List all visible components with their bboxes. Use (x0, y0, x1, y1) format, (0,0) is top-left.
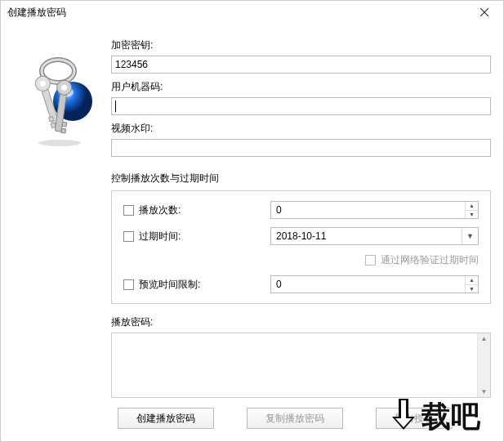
expire-date-picker[interactable]: 2018-10-11 ▼ (270, 227, 479, 245)
network-verify-label: 通过网络验证过期时间 (381, 253, 479, 267)
spinner-down-icon[interactable]: ▼ (466, 285, 478, 293)
spinner-down-icon[interactable]: ▼ (466, 211, 478, 219)
encrypt-key-label: 加密密钥: (111, 38, 491, 52)
copy-password-button[interactable]: 复制播放密码 (247, 408, 343, 429)
svg-rect-15 (61, 128, 66, 133)
export-auth-button[interactable]: 导出授权 (376, 408, 453, 429)
play-count-spin-buttons: ▲ ▼ (465, 202, 478, 218)
svg-rect-9 (49, 117, 54, 122)
svg-point-16 (38, 140, 81, 146)
form-column: 加密密钥: 用户机器码: 视频水印: 控制播放次数与过期时间 播放次数: 0 ▲ (111, 32, 491, 429)
preview-limit-label: 预览时间限制: (139, 278, 200, 292)
preview-limit-row: 预览时间限制: (123, 278, 262, 292)
output-textarea[interactable]: ▲ ▼ (111, 333, 491, 398)
scroll-down-icon[interactable]: ▼ (481, 388, 488, 395)
play-count-checkbox[interactable] (123, 205, 134, 216)
titlebar: 创建播放密码 (1, 1, 503, 24)
copy-button-label: 复制播放密码 (265, 412, 324, 426)
close-button[interactable] (472, 4, 497, 20)
create-password-button[interactable]: 创建播放密码 (118, 408, 214, 429)
play-count-value: 0 (271, 204, 465, 216)
play-count-label: 播放次数: (139, 203, 181, 217)
create-button-label: 创建播放密码 (136, 412, 195, 426)
text-caret (115, 100, 116, 112)
keys-icon (25, 56, 99, 146)
dropdown-icon[interactable]: ▼ (462, 228, 478, 244)
machine-code-label: 用户机器码: (111, 80, 491, 94)
control-section-title: 控制播放次数与过期时间 (111, 172, 491, 185)
watermark-input[interactable] (111, 139, 491, 157)
network-verify-checkbox[interactable] (365, 255, 376, 266)
expire-date-value: 2018-10-11 (271, 230, 462, 242)
preview-limit-spinner[interactable]: 0 ▲ ▼ (270, 275, 479, 293)
expire-time-label: 过期时间: (139, 230, 181, 243)
close-icon (480, 8, 488, 16)
scroll-up-icon[interactable]: ▲ (481, 335, 488, 342)
svg-rect-14 (62, 122, 67, 127)
encrypt-key-input[interactable] (111, 56, 491, 74)
scrollbar[interactable]: ▲ ▼ (477, 333, 490, 397)
window-title: 创建播放密码 (7, 6, 472, 20)
network-verify-row: 通过网络验证过期时间 (270, 253, 479, 267)
expire-time-checkbox[interactable] (123, 231, 134, 242)
play-count-spinner[interactable]: 0 ▲ ▼ (270, 201, 479, 219)
spinner-up-icon[interactable]: ▲ (466, 276, 478, 285)
output-label: 播放密码: (111, 315, 491, 329)
control-box: 播放次数: 0 ▲ ▼ 过期时间: 2018-10-11 ▼ (111, 190, 491, 304)
preview-limit-value: 0 (271, 279, 465, 290)
preview-limit-checkbox[interactable] (123, 279, 134, 290)
export-button-label: 导出授权 (395, 412, 434, 426)
expire-time-row: 过期时间: (123, 230, 262, 243)
icon-column (13, 32, 111, 429)
preview-limit-spin-buttons: ▲ ▼ (465, 276, 478, 292)
body: 加密密钥: 用户机器码: 视频水印: 控制播放次数与过期时间 播放次数: 0 ▲ (1, 24, 503, 441)
watermark-label: 视频水印: (111, 122, 491, 136)
play-count-row: 播放次数: (123, 203, 262, 217)
window: 创建播放密码 (0, 0, 504, 442)
machine-code-input[interactable] (111, 97, 491, 115)
button-row: 创建播放密码 复制播放密码 导出授权 (111, 408, 491, 429)
spinner-up-icon[interactable]: ▲ (466, 202, 478, 211)
